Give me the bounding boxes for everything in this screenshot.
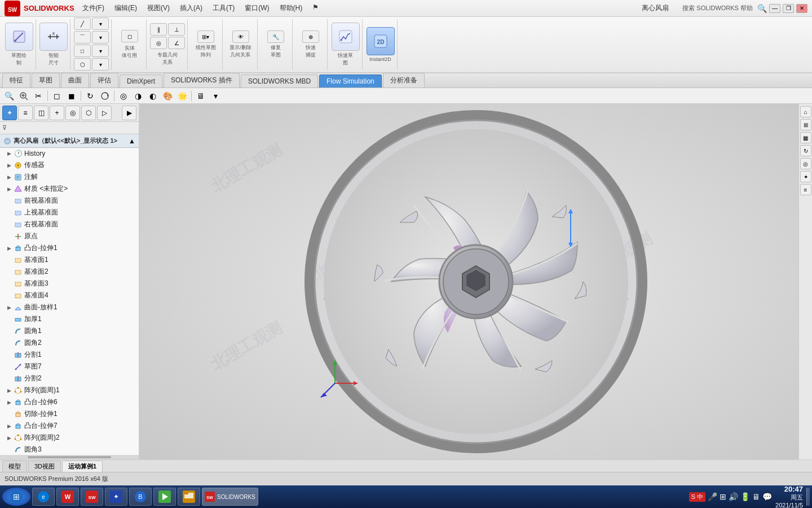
menu-tools[interactable]: 工具(T): [208, 2, 239, 14]
tree-collapse-btn[interactable]: ▲: [129, 137, 135, 145]
tab-sw-plugins[interactable]: SOLIDWORKS 插件: [164, 73, 240, 87]
btab-motion[interactable]: 运动算例1: [62, 461, 103, 472]
tree-toggle-boss-extrude7[interactable]: ▶: [5, 422, 14, 431]
rt-btn-compare[interactable]: ≡: [800, 184, 811, 195]
tray-speaker-icon[interactable]: 🔊: [729, 492, 738, 501]
toolbar-array-btn[interactable]: ⊞▾: [197, 30, 214, 43]
toolbar-quicksketch-btn[interactable]: [332, 23, 360, 51]
tree-toggle-history[interactable]: ▶: [5, 149, 14, 158]
sec-rotate2-btn[interactable]: [98, 90, 112, 102]
rt-btn-rotate[interactable]: ↻: [800, 145, 811, 156]
tray-win-icon[interactable]: ⊞: [720, 492, 726, 501]
tab-surface[interactable]: 曲面: [61, 73, 89, 87]
toolbar-geom-btn1[interactable]: ∥: [150, 23, 167, 36]
panel-icon-feature[interactable]: ✦: [2, 106, 17, 120]
tree-item-fillet1[interactable]: 圆角1: [5, 325, 139, 337]
rt-btn-home[interactable]: ⌂: [800, 106, 811, 117]
tab-features[interactable]: 特征: [2, 73, 30, 87]
taskbar-ie[interactable]: e: [32, 488, 55, 506]
tree-item-plane3[interactable]: 基准面3: [5, 278, 139, 290]
tab-sketch[interactable]: 草图: [32, 73, 60, 87]
toolbar-geom-btn4[interactable]: ∠: [168, 37, 185, 49]
rt-btn-render[interactable]: ✦: [800, 171, 811, 182]
tree-toggle-boss-extrude1[interactable]: ▶: [5, 244, 14, 253]
tree-item-history[interactable]: ▶ 🕐 History: [5, 148, 139, 159]
sec-display3-btn[interactable]: ◐: [146, 90, 160, 102]
btab-model[interactable]: 模型: [2, 461, 27, 472]
toolbar-line-btn[interactable]: ╱: [74, 17, 91, 30]
menu-window[interactable]: 窗口(W): [240, 2, 273, 14]
tree-item-split1[interactable]: 分割1: [5, 349, 139, 361]
sec-cut-btn[interactable]: ✂: [32, 90, 45, 102]
taskbar-blue-app[interactable]: B: [129, 488, 152, 506]
tree-item-thicken1[interactable]: 加厚1: [5, 313, 139, 325]
tree-toggle-surface-loft1[interactable]: ▶: [5, 303, 14, 312]
tree-toggle-sensors[interactable]: ▶: [5, 161, 14, 170]
panel-icon-plus[interactable]: +: [50, 106, 64, 120]
tab-flow-simulation[interactable]: Flow Simulation: [319, 75, 382, 87]
toolbar-rect-btn[interactable]: □: [74, 45, 91, 57]
search-icon[interactable]: 🔍: [757, 4, 767, 13]
sec-rotate-btn[interactable]: ↻: [83, 90, 97, 102]
menu-pin[interactable]: ⚑: [308, 2, 323, 14]
panel-icon-config[interactable]: ◫: [34, 106, 48, 120]
menu-view[interactable]: 视图(V): [143, 2, 174, 14]
taskbar-player[interactable]: [153, 488, 176, 506]
tree-item-pattern-circular2[interactable]: ▶ 阵列(圆周)2: [5, 432, 139, 444]
toolbar-poly-dd[interactable]: ▾: [92, 58, 109, 71]
rt-btn-expand[interactable]: ⊞: [800, 119, 811, 130]
toolbar-dim-button[interactable]: 8: [39, 23, 68, 51]
tree-toggle-pattern2[interactable]: ▶: [5, 433, 14, 443]
restore-button[interactable]: ❐: [783, 4, 794, 13]
sec-monitor-dd[interactable]: ▾: [209, 90, 222, 102]
toolbar-snap-btn[interactable]: ⊕: [302, 30, 319, 43]
tree-item-material[interactable]: ▶ 材质 <未指定>: [5, 183, 139, 195]
panel-icon-circle[interactable]: ◎: [65, 106, 80, 120]
tree-item-plane2[interactable]: 基准面2: [5, 266, 139, 278]
tree-toggle-material[interactable]: ▶: [5, 185, 14, 194]
tree-item-right-plane[interactable]: 右视基准面: [5, 218, 139, 230]
toolbar-solidbody-btn[interactable]: ◻: [121, 30, 138, 42]
tree-item-fillet2[interactable]: 圆角2: [5, 337, 139, 349]
tree-item-surface-loft1[interactable]: ▶ 曲面-放样1: [5, 301, 139, 313]
taskbar-w-app[interactable]: W: [56, 488, 79, 506]
sec-display5-btn[interactable]: 🌟: [175, 90, 189, 102]
tree-item-plane1[interactable]: 基准面1: [5, 254, 139, 266]
menu-insert[interactable]: 插入(A): [175, 2, 207, 14]
tray-message-icon[interactable]: 💬: [762, 492, 772, 501]
sec-box2-btn[interactable]: ◼: [65, 90, 78, 102]
taskbar-explorer[interactable]: [178, 488, 200, 506]
minimize-button[interactable]: —: [769, 4, 780, 13]
toolbar-curve-btn[interactable]: ⌒: [74, 31, 91, 43]
menu-edit[interactable]: 编辑(E): [110, 2, 142, 14]
btab-3dview[interactable]: 3D视图: [28, 461, 61, 472]
taskbar-sw-active[interactable]: SW SOLIDWORKS: [202, 488, 258, 506]
sec-box-btn[interactable]: ◻: [50, 90, 64, 102]
panel-icon-expand[interactable]: ▷: [97, 106, 112, 120]
tree-item-plane4[interactable]: 基准面4: [5, 290, 139, 301]
sec-display4-btn[interactable]: 🎨: [161, 90, 174, 102]
rt-btn-section[interactable]: ▦: [800, 132, 811, 143]
tree-item-sensors[interactable]: ▶ 传感器: [5, 159, 139, 171]
tree-item-boss-extrude7[interactable]: ▶ 凸台-拉伸7: [5, 420, 139, 432]
toolbar-line-dd[interactable]: ▾: [92, 17, 109, 30]
sec-display-btn[interactable]: ◎: [117, 90, 130, 102]
tree-item-boss-extrude6[interactable]: ▶ 凸台-拉伸6: [5, 396, 139, 408]
toolbar-instant2d-btn[interactable]: 2D: [367, 27, 395, 55]
sec-search-btn[interactable]: 🔍: [2, 90, 16, 102]
toolbar-rect-dd[interactable]: ▾: [92, 45, 109, 57]
sec-search2-btn[interactable]: [17, 90, 30, 102]
panel-collapse-btn[interactable]: ▶: [122, 106, 136, 120]
tree-item-front-plane[interactable]: 前视基准面: [5, 195, 139, 207]
show-desktop-btn[interactable]: [806, 488, 810, 506]
tree-item-top-plane[interactable]: 上视基准面: [5, 207, 139, 218]
close-button[interactable]: ✕: [796, 4, 807, 13]
tree-item-fillet3[interactable]: 圆角3: [5, 444, 139, 455]
taskbar-sw-2016[interactable]: SW: [81, 488, 103, 506]
toolbar-geom-btn2[interactable]: ⊥: [168, 23, 185, 36]
taskbar-falcon[interactable]: ✦: [105, 488, 127, 506]
tree-toggle-notes[interactable]: ▶: [5, 173, 14, 182]
panel-icon-hex[interactable]: ⬡: [81, 106, 96, 120]
sec-display2-btn[interactable]: ◑: [131, 90, 145, 102]
tray-battery-icon[interactable]: 🔋: [740, 492, 750, 501]
